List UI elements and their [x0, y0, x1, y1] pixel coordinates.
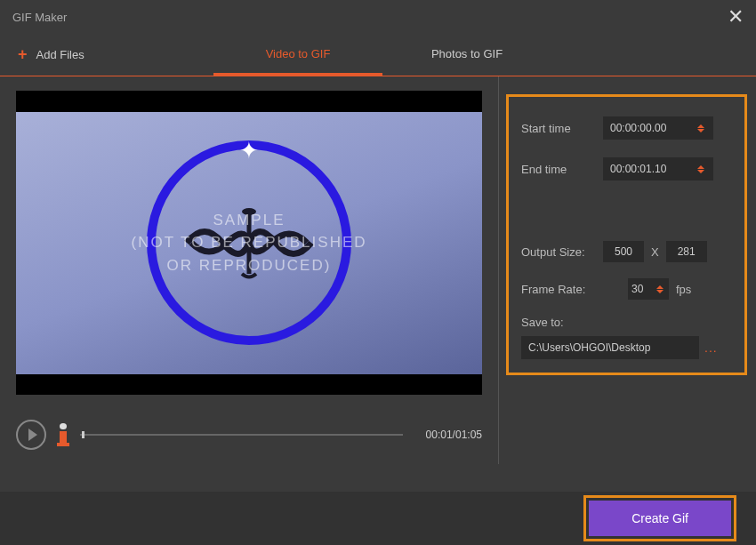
browse-button[interactable]: ... [704, 341, 718, 355]
plus-icon: + [18, 45, 28, 64]
tab-video-to-gif[interactable]: Video to GIF [213, 35, 382, 76]
video-preview[interactable]: ✦ SAMPLE (NOT TO BE REPUBLISHED OR REPRO… [16, 91, 482, 395]
save-path-row: C:\Users\OHGOI\Desktop ... [521, 336, 732, 359]
frame-rate-label: Frame Rate: [521, 283, 628, 296]
trim-marker-icon[interactable] [57, 423, 69, 446]
height-input[interactable]: 281 [666, 241, 707, 262]
spinner-down-icon[interactable] [697, 129, 704, 132]
settings-box: Start time 00:00:00.00 End time 00:00:01… [506, 94, 747, 375]
save-path-input[interactable]: C:\Users\OHGOI\Desktop [521, 336, 699, 359]
fps-input[interactable]: 30 [628, 278, 669, 300]
add-files-label: Add Files [36, 48, 84, 61]
close-icon[interactable]: ✕ [728, 7, 744, 27]
fps-spinner [656, 285, 665, 293]
window-title: GIF Maker [12, 11, 67, 24]
start-time-row: Start time 00:00:00.00 [521, 116, 732, 140]
add-files-button[interactable]: + Add Files [18, 45, 213, 64]
start-time-input[interactable]: 00:00:00.00 [603, 116, 713, 140]
end-spinner [697, 165, 706, 173]
spinner-down-icon[interactable] [697, 170, 704, 173]
frame-rate-row: Frame Rate: 30 fps [521, 278, 732, 300]
settings-panel: Start time 00:00:00.00 End time 00:00:01… [498, 76, 756, 464]
start-time-label: Start time [521, 122, 603, 135]
width-input[interactable]: 500 [603, 241, 644, 262]
watermark-line: (NOT TO BE REPUBLISHED [131, 231, 366, 254]
play-button[interactable] [16, 420, 46, 450]
titlebar: GIF Maker ✕ [0, 0, 756, 34]
output-section: Output Size: 500 X 281 Frame Rate: 30 fp… [521, 241, 732, 359]
timeline-knob[interactable] [82, 431, 84, 438]
x-separator: X [651, 245, 659, 259]
play-icon [28, 429, 37, 441]
save-to-label: Save to: [521, 316, 732, 329]
output-size-row: Output Size: 500 X 281 [521, 241, 732, 262]
spinner-down-icon[interactable] [656, 290, 664, 293]
main: ✦ SAMPLE (NOT TO BE REPUBLISHED OR REPRO… [0, 76, 756, 464]
end-time-input[interactable]: 00:00:01.10 [603, 157, 713, 180]
fps-unit: fps [676, 283, 691, 296]
start-time-value: 00:00:00.00 [610, 122, 666, 134]
sparkle-icon: ✦ [239, 137, 259, 164]
end-time-value: 00:00:01.10 [610, 163, 666, 175]
toolbar: + Add Files Video to GIF Photos to GIF [0, 34, 756, 76]
create-button-highlight: Create Gif [583, 495, 736, 541]
video-frame: ✦ SAMPLE (NOT TO BE REPUBLISHED OR REPRO… [16, 112, 482, 374]
timeline-slider[interactable] [80, 434, 403, 436]
watermark-line: SAMPLE [131, 209, 366, 232]
output-size-label: Output Size: [521, 245, 603, 259]
timecode: 00:01/01:05 [426, 429, 482, 441]
preview-panel: ✦ SAMPLE (NOT TO BE REPUBLISHED OR REPRO… [0, 76, 498, 464]
tab-photos-to-gif[interactable]: Photos to GIF [382, 35, 551, 76]
fps-value: 30 [631, 283, 643, 295]
end-time-row: End time 00:00:01.10 [521, 157, 732, 180]
end-time-label: End time [521, 163, 603, 176]
create-gif-button[interactable]: Create Gif [589, 501, 731, 536]
playback-controls: 00:01/01:05 [16, 420, 482, 450]
spinner-up-icon[interactable] [697, 165, 704, 169]
spinner-up-icon[interactable] [656, 285, 664, 289]
watermark-text: SAMPLE (NOT TO BE REPUBLISHED OR REPRODU… [131, 209, 366, 277]
footer: Create Gif [0, 492, 756, 545]
start-spinner [697, 124, 706, 132]
spinner-up-icon[interactable] [697, 124, 704, 128]
tabs: Video to GIF Photos to GIF [213, 35, 551, 76]
watermark-line: OR REPRODUCED) [131, 254, 366, 277]
